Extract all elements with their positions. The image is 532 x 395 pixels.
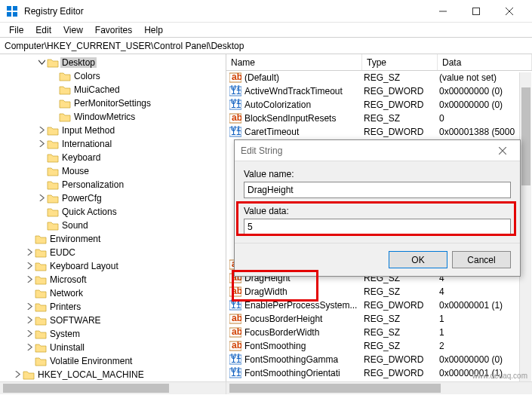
tree-item[interactable]: SOFTWARE (0, 314, 226, 327)
menu-view[interactable]: View (57, 23, 89, 37)
menu-file[interactable]: File (3, 23, 29, 37)
tree-item-label: Uninstall (48, 342, 86, 353)
list-row[interactable]: CaretTimeoutREG_DWORD0x00001388 (5000 (226, 125, 532, 139)
value-name: CaretTimeout (244, 127, 364, 137)
folder-icon (47, 57, 59, 68)
v-scrollbar[interactable] (519, 72, 531, 381)
tree-item[interactable]: HKEY_LOCAL_MACHINE (0, 368, 226, 381)
tree-item[interactable]: Personalization (0, 178, 226, 191)
ok-button[interactable]: OK (389, 251, 447, 268)
list-row[interactable]: AutoColorizationREG_DWORD0x00000000 (0) (226, 98, 532, 112)
tree-item[interactable]: Environment (0, 232, 226, 246)
expander-icon[interactable] (36, 140, 47, 149)
expander-icon[interactable] (24, 262, 35, 271)
col-data[interactable]: Data (438, 54, 532, 70)
expander-icon[interactable] (36, 59, 47, 67)
expander-icon[interactable] (24, 344, 35, 352)
list-row[interactable]: FocusBorderWidthREG_SZ1 (226, 326, 532, 339)
value-type: REG_DWORD (364, 368, 439, 378)
list-row[interactable]: BlockSendInputResetsREG_SZ0 (226, 112, 532, 125)
value-data: 0x00000000 (0) (439, 86, 532, 96)
maximize-button[interactable] (460, 0, 493, 23)
value-data: 0x00000000 (0) (439, 354, 532, 365)
value-type: REG_SZ (364, 327, 439, 338)
value-type-icon (229, 313, 241, 325)
tree-item[interactable]: Input Method (0, 124, 226, 137)
tree-item[interactable]: Uninstall (0, 341, 226, 354)
tree-item-label: International (60, 139, 113, 149)
tree-item[interactable]: PowerCfg (0, 191, 226, 205)
dialog-close-button[interactable] (491, 147, 514, 155)
value-data: 0x00001388 (5000 (439, 127, 532, 137)
folder-icon (35, 274, 47, 285)
list-row[interactable]: FontSmoothingGammaREG_DWORD0x00000000 (0… (226, 353, 532, 366)
h-scrollbar[interactable] (0, 381, 532, 394)
value-type-icon (229, 367, 241, 379)
tree-item[interactable]: Keyboard (0, 151, 226, 164)
window-titlebar: Registry Editor (0, 0, 532, 23)
value-name: BlockSendInputResets (244, 113, 364, 124)
folder-icon (47, 152, 59, 163)
value-data-input[interactable] (244, 219, 511, 235)
expander-icon[interactable] (36, 127, 47, 135)
cancel-button[interactable]: Cancel (452, 251, 511, 268)
tree-item[interactable]: Keyboard Layout (0, 259, 226, 273)
tree-item[interactable]: Microsoft (0, 273, 226, 286)
expander-icon[interactable] (36, 194, 47, 203)
tree-item[interactable]: International (0, 137, 226, 151)
value-data: (value not set) (439, 72, 532, 83)
tree-item[interactable]: System (0, 327, 226, 341)
folder-icon (35, 288, 47, 299)
folder-icon (47, 207, 59, 217)
menu-help[interactable]: Help (138, 23, 169, 37)
list-row[interactable]: ActiveWndTrackTimeoutREG_DWORD0x00000000… (226, 84, 532, 98)
expander-icon[interactable] (24, 303, 35, 311)
tree-item[interactable]: Colors (0, 69, 226, 83)
value-data: 0x00000000 (0) (439, 100, 532, 110)
edit-string-dialog: Edit String Value name: Value data: OK C… (234, 139, 521, 277)
col-type[interactable]: Type (362, 54, 438, 70)
folder-icon (35, 342, 47, 353)
list-row[interactable]: FontSmoothingREG_SZ2 (226, 339, 532, 353)
folder-icon (47, 193, 59, 204)
value-type: REG_SZ (364, 113, 439, 124)
tree-item-label: System (48, 329, 81, 339)
expander-icon[interactable] (24, 330, 35, 338)
list-row[interactable]: EnablePerProcessSystem...REG_DWORD0x0000… (226, 299, 532, 312)
folder-icon (59, 98, 71, 109)
tree-view[interactable]: DesktopColorsMuiCachedPerMonitorSettings… (0, 54, 226, 381)
tree-item[interactable]: WindowMetrics (0, 110, 226, 124)
value-name-input[interactable] (244, 182, 511, 198)
folder-icon (47, 125, 59, 136)
expander-icon[interactable] (24, 317, 35, 325)
list-row[interactable]: FocusBorderHeightREG_SZ1 (226, 312, 532, 326)
minimize-button[interactable] (426, 0, 460, 23)
value-data: 0x00000001 (1) (439, 300, 532, 311)
menu-edit[interactable]: Edit (29, 23, 57, 37)
tree-item[interactable]: EUDC (0, 246, 226, 259)
tree-item-label: SOFTWARE (48, 315, 103, 326)
app-icon (6, 5, 18, 17)
col-name[interactable]: Name (226, 54, 362, 70)
address-bar[interactable]: Computer\HKEY_CURRENT_USER\Control Panel… (0, 38, 532, 54)
tree-item[interactable]: Mouse (0, 164, 226, 178)
value-name: FontSmoothingGamma (244, 354, 364, 365)
expander-icon[interactable] (24, 276, 35, 284)
tree-item[interactable]: PerMonitorSettings (0, 96, 226, 110)
value-type-icon (229, 299, 241, 311)
folder-icon (35, 329, 47, 339)
tree-item[interactable]: Sound (0, 219, 226, 232)
tree-item[interactable]: Printers (0, 300, 226, 314)
tree-item[interactable]: MuiCached (0, 83, 226, 96)
tree-item[interactable]: Desktop (0, 56, 226, 69)
tree-item[interactable]: Volatile Environment (0, 354, 226, 368)
list-row[interactable]: DragWidthREG_SZ4 (226, 285, 532, 299)
close-button[interactable] (493, 0, 526, 23)
expander-icon[interactable] (12, 371, 23, 379)
tree-item[interactable]: Network (0, 286, 226, 300)
menu-favorites[interactable]: Favorites (89, 23, 138, 37)
list-row[interactable]: (Default)REG_SZ(value not set) (226, 71, 532, 84)
tree-item-label: MuiCached (72, 84, 121, 95)
tree-item[interactable]: Quick Actions (0, 205, 226, 219)
expander-icon[interactable] (24, 249, 35, 257)
